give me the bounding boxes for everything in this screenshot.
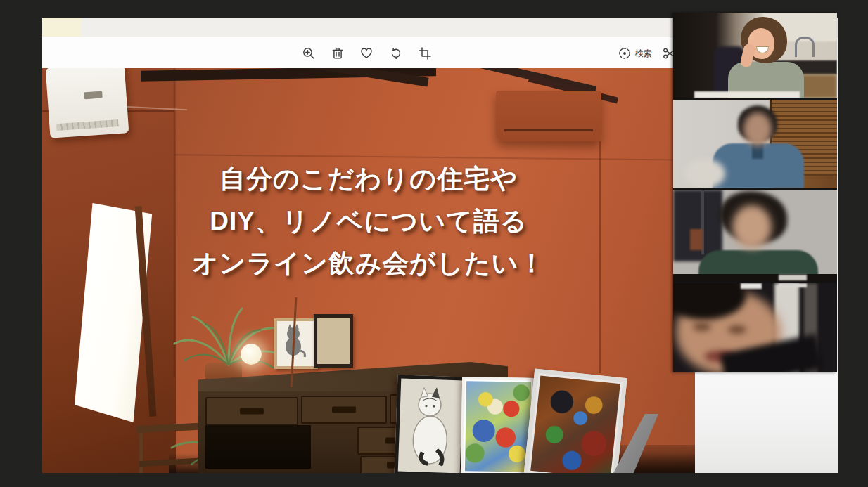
participant-video-1[interactable] xyxy=(673,13,837,98)
ball-lamp xyxy=(241,344,262,365)
participant-video-3[interactable] xyxy=(673,190,837,282)
participant-strip xyxy=(673,13,837,372)
caption-line-3: オンライン飲み会がしたい！ xyxy=(42,242,695,285)
caption-line-2: DIY、リノベについて語る xyxy=(42,200,695,242)
framed-cat-drawing-small xyxy=(274,318,318,369)
framed-colorful-art-2 xyxy=(523,369,627,473)
desk-drawer xyxy=(301,396,387,424)
air-conditioner-white xyxy=(46,68,129,138)
shared-photo[interactable]: 自分のこだわりの住宅や DIY、リノベについて語る オンライン飲み会がしたい！ xyxy=(42,68,695,473)
air-conditioner-painted xyxy=(496,91,601,141)
rotate-icon[interactable] xyxy=(387,44,405,63)
visual-search-button[interactable]: 検索 xyxy=(618,44,652,63)
titlebar-cream-tab xyxy=(42,18,82,37)
photo-caption-overlay: 自分のこだわりの住宅や DIY、リノベについて語る オンライン飲み会がしたい！ xyxy=(42,158,695,285)
zoom-icon[interactable] xyxy=(300,44,318,63)
desk-open-shelf xyxy=(205,425,311,469)
participant-video-4[interactable] xyxy=(673,283,837,372)
kitchen-faucet xyxy=(795,37,815,57)
visual-search-label: 検索 xyxy=(635,48,652,60)
crop-icon[interactable] xyxy=(416,44,434,63)
framed-paper xyxy=(314,314,353,368)
delete-icon[interactable] xyxy=(328,44,347,63)
favorite-icon[interactable] xyxy=(357,44,376,63)
desk-drawer xyxy=(205,397,298,425)
framed-white-cat-art xyxy=(395,375,467,473)
framed-colorful-art-1 xyxy=(461,377,535,473)
participant-video-2[interactable] xyxy=(673,100,837,188)
caption-line-1: 自分のこだわりの住宅や xyxy=(42,158,695,200)
